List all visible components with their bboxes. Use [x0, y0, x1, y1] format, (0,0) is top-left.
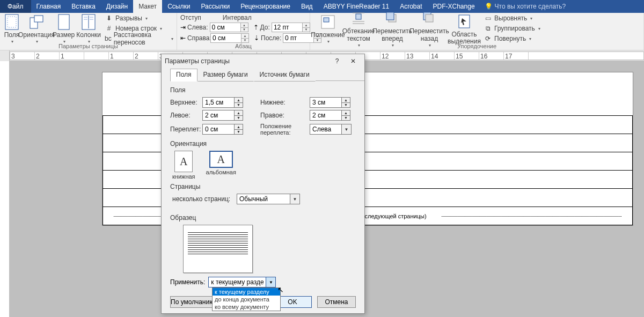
send-backward-icon: [421, 10, 438, 27]
spin-down-icon[interactable]: ▼: [235, 116, 243, 121]
orientation-portrait[interactable]: A книжная: [172, 151, 195, 180]
apply-option[interactable]: к текущему разделу: [213, 288, 280, 296]
tab-mailings[interactable]: Рассылки: [195, 0, 235, 13]
bring-forward-icon: [384, 10, 401, 27]
landscape-icon: A: [209, 151, 233, 168]
size-button[interactable]: Размер: [53, 12, 75, 45]
indent-right-input[interactable]: [210, 33, 241, 43]
dialog-tab-paper[interactable]: Размер бумаги: [197, 69, 254, 82]
spacing-before-label: До:: [260, 24, 270, 31]
send-backward-button[interactable]: Переместить назад: [412, 9, 447, 48]
top-spinner[interactable]: ▲▼: [202, 97, 251, 108]
spin-up-icon[interactable]: ▲: [241, 23, 248, 28]
gutter-pos-input[interactable]: [310, 124, 342, 135]
indent-left-input[interactable]: [210, 23, 241, 32]
dialog-tab-source[interactable]: Источник бумаги: [254, 69, 316, 82]
ruler-tick: 13: [406, 53, 413, 60]
gutter-spinner[interactable]: ▲▼: [202, 124, 251, 135]
indent-left-icon: ⇥: [180, 24, 186, 31]
left-input[interactable]: [202, 110, 235, 121]
spin-up-icon[interactable]: ▲: [303, 23, 310, 28]
spin-up-icon[interactable]: ▲: [342, 98, 350, 103]
top-input[interactable]: [202, 97, 235, 108]
tab-view[interactable]: Вид: [296, 0, 318, 13]
spin-up-icon[interactable]: ▲: [235, 98, 243, 103]
tell-me[interactable]: 💡 Что вы хотите сделать?: [485, 3, 566, 10]
file-tab[interactable]: Файл: [0, 0, 31, 13]
tab-layout[interactable]: Макет: [133, 0, 162, 13]
chevron-down-icon[interactable]: ▼: [342, 124, 352, 135]
tab-review[interactable]: Рецензирование: [235, 0, 296, 13]
orientation-landscape[interactable]: A альбомная: [206, 151, 236, 180]
group-arrange-label: Упорядочение: [310, 43, 643, 50]
rotate-button[interactable]: ⟳ Повернуть: [484, 34, 540, 43]
apply-option[interactable]: ко всему документу: [213, 303, 280, 311]
position-icon: [319, 13, 336, 31]
orientation-button[interactable]: Ориентация: [22, 12, 51, 45]
tab-insert[interactable]: Вставка: [66, 0, 101, 13]
selection-pane-button[interactable]: Область выделения: [449, 12, 480, 45]
breaks-button[interactable]: ⬇ Разрывы: [105, 13, 173, 23]
dialog-tab-margins[interactable]: Поля: [170, 69, 197, 82]
wrap-button[interactable]: Обтекание текстом: [344, 9, 373, 48]
dialog-titlebar[interactable]: Параметры страницы ? ✕: [162, 54, 364, 68]
multi-input[interactable]: [237, 194, 290, 204]
bottom-input[interactable]: [310, 97, 342, 108]
position-button[interactable]: Положение: [313, 12, 342, 45]
columns-button[interactable]: Колонки: [76, 12, 101, 45]
multi-combo[interactable]: ▼: [237, 194, 300, 204]
spin-up-icon[interactable]: ▲: [235, 124, 243, 130]
chevron-down-icon[interactable]: ▼: [266, 277, 276, 287]
apply-label: Применить:: [170, 278, 205, 286]
selection-pane-icon: [456, 13, 473, 30]
tab-design[interactable]: Дизайн: [101, 0, 133, 13]
gutter-label: Переплет:: [170, 126, 202, 133]
group-objects-button[interactable]: ⧉ Группировать: [484, 24, 540, 33]
spacing-after-input[interactable]: [283, 33, 314, 43]
spin-down-icon[interactable]: ▼: [342, 103, 350, 108]
spin-down-icon[interactable]: ▼: [303, 28, 310, 32]
spin-down-icon[interactable]: ▼: [241, 28, 248, 32]
indent-left-spinner[interactable]: ▲▼: [210, 23, 248, 32]
ruler-tick: 12: [382, 53, 389, 60]
spacing-before-input[interactable]: [272, 23, 303, 32]
group-label: Группировать: [494, 25, 535, 32]
ruler-tick: 16: [480, 53, 487, 60]
send-backward-label: Переместить назад: [409, 28, 449, 42]
align-button[interactable]: ▭ Выровнять: [484, 13, 540, 23]
vertical-ruler[interactable]: 1 1 2 3 4 5 6 7: [0, 61, 10, 317]
spin-down-icon[interactable]: ▼: [235, 130, 243, 135]
indent-right-spinner[interactable]: ▲▼: [210, 33, 249, 43]
cancel-button[interactable]: Отмена: [317, 296, 356, 308]
apply-option[interactable]: до конца документа: [213, 296, 280, 303]
tab-home[interactable]: Главная: [31, 0, 67, 13]
rotate-icon: ⟳: [484, 34, 492, 43]
apply-combo[interactable]: ▼: [208, 277, 276, 287]
sample-section-title: Образец: [170, 214, 356, 222]
spacing-before-spinner[interactable]: ▲▼: [272, 23, 310, 32]
spin-up-icon[interactable]: ▲: [342, 110, 350, 116]
spacing-after-label: После:: [261, 34, 281, 42]
right-spinner[interactable]: ▲▼: [310, 110, 358, 121]
bottom-spinner[interactable]: ▲▼: [310, 97, 358, 108]
left-spinner[interactable]: ▲▼: [202, 110, 251, 121]
spin-up-icon[interactable]: ▲: [241, 34, 248, 39]
apply-input[interactable]: [208, 277, 266, 287]
spin-down-icon[interactable]: ▼: [241, 39, 248, 43]
spin-down-icon[interactable]: ▼: [342, 116, 350, 121]
right-input[interactable]: [310, 110, 342, 121]
margins-button[interactable]: Поля: [3, 12, 20, 45]
gutter-pos-combo[interactable]: ▼: [310, 124, 358, 135]
spin-up-icon[interactable]: ▲: [235, 110, 243, 116]
tab-references[interactable]: Ссылки: [162, 0, 195, 13]
gutter-input[interactable]: [202, 124, 235, 135]
hyphenation-button[interactable]: bc Расстановка переносов: [105, 34, 173, 43]
dialog-close-button[interactable]: ✕: [345, 55, 361, 67]
spin-down-icon[interactable]: ▼: [235, 103, 243, 108]
bring-forward-button[interactable]: Переместить вперед: [375, 9, 410, 48]
ruler-tick: 2: [36, 53, 40, 60]
chevron-down-icon[interactable]: ▼: [290, 194, 300, 204]
group-page-setup: Поля Ориентация Размер Колонки: [0, 13, 177, 50]
dialog-help-button[interactable]: ?: [329, 55, 345, 67]
wrap-label: Обтекание текстом: [342, 28, 375, 42]
